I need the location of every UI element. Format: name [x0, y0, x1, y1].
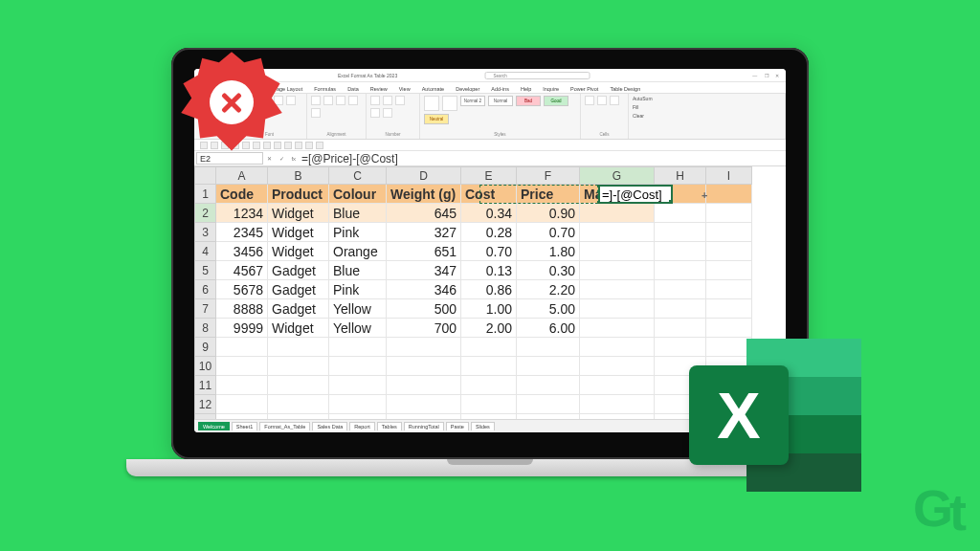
cell[interactable]: Orange: [329, 242, 387, 261]
cell[interactable]: [655, 223, 706, 242]
cell[interactable]: [268, 357, 329, 376]
cellstyle-normal[interactable]: Normal: [488, 96, 513, 106]
cancel-formula-icon[interactable]: ✕: [267, 155, 272, 162]
cell[interactable]: [580, 376, 655, 395]
column-header[interactable]: H: [655, 167, 706, 185]
cell[interactable]: Blue: [329, 261, 387, 280]
cell[interactable]: [580, 261, 655, 280]
cell[interactable]: 0.34: [461, 204, 517, 223]
cell[interactable]: [580, 395, 655, 414]
row-header[interactable]: 4: [195, 242, 216, 261]
row-header[interactable]: 8: [195, 319, 216, 338]
column-header[interactable]: G: [580, 167, 655, 185]
cell[interactable]: [580, 280, 655, 299]
cell[interactable]: [706, 319, 752, 338]
ribbon-tab-addins[interactable]: Add-ins: [488, 85, 512, 93]
currency-icon[interactable]: [370, 96, 380, 105]
cell[interactable]: Widget: [268, 223, 329, 242]
cell[interactable]: Yellow: [329, 299, 387, 319]
format-as-table-icon[interactable]: [442, 96, 457, 111]
cell-edit-overlay[interactable]: =]-[@Cost]: [598, 185, 673, 204]
fill-handle[interactable]: [669, 200, 673, 204]
align-left-icon[interactable]: [311, 96, 321, 105]
cell[interactable]: [216, 376, 268, 395]
cell[interactable]: [580, 223, 655, 242]
table-header-cell[interactable]: Code: [216, 185, 268, 204]
row-header[interactable]: 13: [195, 414, 216, 420]
ribbon-tab-view[interactable]: View: [396, 85, 413, 93]
cell[interactable]: [216, 395, 268, 414]
cell[interactable]: [387, 376, 461, 395]
row-header[interactable]: 7: [195, 299, 216, 319]
table-header-cell[interactable]: Weight (g): [387, 185, 461, 204]
cell[interactable]: Widget: [268, 319, 329, 338]
cell[interactable]: [580, 414, 655, 420]
cell[interactable]: [517, 357, 580, 376]
ribbon-tab-powerpivot[interactable]: Power Pivot: [568, 85, 601, 93]
sheet-tab[interactable]: Report: [349, 422, 375, 430]
cellstyle-good[interactable]: Good: [544, 96, 568, 106]
sheet-tab[interactable]: Welcome: [198, 422, 230, 430]
cell[interactable]: [268, 395, 329, 414]
cell[interactable]: [655, 261, 706, 280]
cell[interactable]: [329, 376, 387, 395]
cell[interactable]: [387, 395, 461, 414]
sheet-tab[interactable]: Format_As_Table: [259, 422, 310, 430]
cell[interactable]: [461, 357, 517, 376]
cell[interactable]: 0.30: [517, 261, 580, 280]
ribbon-tab-formulas[interactable]: Formulas: [311, 85, 339, 93]
sheet-tab[interactable]: Sheet1: [232, 422, 257, 430]
sheet-tab[interactable]: Tables: [377, 422, 402, 430]
cell[interactable]: 0.86: [461, 280, 517, 299]
sheet-tab[interactable]: RunningTotal: [404, 422, 444, 430]
cell[interactable]: [216, 338, 268, 357]
conditional-formatting-icon[interactable]: [424, 96, 439, 111]
cell[interactable]: Gadget: [268, 261, 329, 280]
comma-icon[interactable]: [395, 96, 405, 105]
qat-icon[interactable]: [305, 142, 313, 149]
cell[interactable]: [706, 242, 752, 261]
column-header[interactable]: E: [461, 167, 517, 185]
ribbon-tab-developer[interactable]: Developer: [453, 85, 482, 93]
align-right-icon[interactable]: [336, 96, 345, 105]
table-header-cell[interactable]: Product: [268, 185, 329, 204]
search-box[interactable]: Search: [485, 72, 590, 79]
cell[interactable]: [706, 299, 752, 319]
cell[interactable]: 0.70: [461, 242, 517, 261]
format-cells-icon[interactable]: [610, 96, 619, 105]
cell[interactable]: [580, 357, 655, 376]
cell[interactable]: [655, 280, 706, 299]
cell[interactable]: 0.70: [517, 223, 580, 242]
cell[interactable]: [655, 242, 706, 261]
insert-cells-icon[interactable]: [585, 96, 594, 105]
row-header[interactable]: 9: [195, 338, 216, 357]
cell[interactable]: [580, 242, 655, 261]
table-header-cell[interactable]: Cost: [461, 185, 517, 204]
cell[interactable]: [706, 261, 752, 280]
cell[interactable]: [216, 414, 268, 420]
cell[interactable]: 1.80: [517, 242, 580, 261]
cellstyle-bad[interactable]: Bad: [516, 96, 541, 106]
decimal-dec-icon[interactable]: [383, 108, 392, 118]
ribbon-tab-review[interactable]: Review: [368, 85, 390, 93]
cell[interactable]: [706, 280, 752, 299]
cell[interactable]: [268, 376, 329, 395]
table-header-cell[interactable]: Colour: [329, 185, 387, 204]
table-header-cell[interactable]: Price: [517, 185, 580, 204]
cell[interactable]: 9999: [216, 319, 268, 338]
cell[interactable]: 700: [387, 319, 461, 338]
ribbon-tab-automate[interactable]: Automate: [419, 85, 448, 93]
cell[interactable]: 2.20: [517, 280, 580, 299]
merge-icon[interactable]: [311, 108, 321, 118]
cell[interactable]: [461, 376, 517, 395]
cell[interactable]: [461, 338, 517, 357]
fill-button[interactable]: Fill: [633, 104, 653, 110]
cell[interactable]: [517, 376, 580, 395]
column-header[interactable]: D: [387, 167, 461, 185]
cell[interactable]: 500: [387, 299, 461, 319]
cell[interactable]: 1234: [216, 204, 268, 223]
cell[interactable]: [387, 414, 461, 420]
cell[interactable]: 1.00: [461, 299, 517, 319]
fill-color-icon[interactable]: [286, 96, 296, 105]
ribbon-tab-help[interactable]: Help: [518, 85, 534, 93]
